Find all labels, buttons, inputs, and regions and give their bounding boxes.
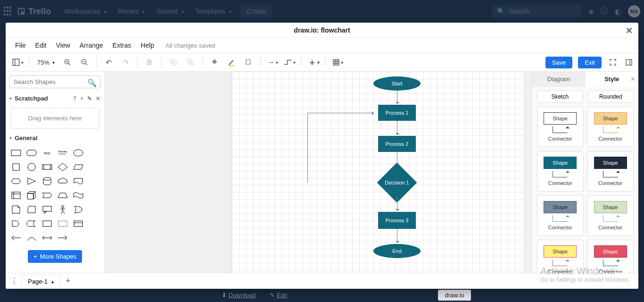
delete-button[interactable]: 🗑 bbox=[142, 56, 157, 69]
close-icon[interactable]: ✕ bbox=[626, 25, 633, 36]
connection-button[interactable]: →▾ bbox=[265, 56, 280, 69]
menu-extras[interactable]: Extras bbox=[109, 40, 135, 51]
shape-card[interactable] bbox=[24, 203, 39, 216]
save-button[interactable]: Save bbox=[545, 57, 573, 68]
add-page-button[interactable]: + bbox=[62, 275, 74, 287]
help-icon[interactable]: ⓘ bbox=[601, 7, 608, 17]
shape-arrow-left[interactable] bbox=[8, 231, 23, 244]
zoom-level[interactable]: 75%▾ bbox=[34, 57, 58, 68]
fullscreen-icon[interactable] bbox=[608, 58, 618, 67]
shape-container3[interactable] bbox=[71, 217, 86, 230]
scratchpad-dropzone[interactable]: Drag elements here bbox=[10, 108, 99, 129]
redo-button[interactable]: ↷ bbox=[118, 56, 132, 69]
shape-rounded-rectangle[interactable] bbox=[24, 146, 39, 159]
insert-button[interactable]: ＋▾ bbox=[306, 56, 321, 69]
shape-trapezoid[interactable] bbox=[55, 189, 70, 202]
shape-circle[interactable] bbox=[24, 160, 39, 174]
theme-icon[interactable]: ◐ bbox=[615, 7, 621, 16]
notifications-icon[interactable]: ◈ bbox=[588, 7, 594, 16]
nav-templates[interactable]: Templates▾ bbox=[190, 5, 236, 18]
shape-container2[interactable] bbox=[55, 217, 70, 230]
shape-rectangle[interactable] bbox=[8, 146, 23, 159]
shape-blank6[interactable] bbox=[87, 217, 101, 230]
style-swatch-2[interactable]: ShapeConnector bbox=[537, 151, 584, 192]
scratchpad-close-icon[interactable]: ✕ bbox=[96, 95, 100, 102]
avatar[interactable]: MA bbox=[628, 5, 640, 17]
fc-decision-1[interactable]: Decision 1 bbox=[373, 171, 421, 194]
shape-blank4[interactable] bbox=[87, 189, 101, 202]
shape-blank3[interactable] bbox=[87, 175, 101, 188]
format-panel-toggle[interactable] bbox=[624, 58, 634, 67]
menu-help[interactable]: Help bbox=[137, 40, 158, 51]
fc-end[interactable]: End bbox=[373, 244, 421, 258]
shape-data-storage[interactable] bbox=[24, 217, 39, 230]
more-shapes-button[interactable]: +More Shapes bbox=[28, 250, 82, 263]
shape-document[interactable] bbox=[71, 175, 86, 188]
tab-diagram[interactable]: Diagram bbox=[532, 72, 586, 87]
zoom-in-button[interactable] bbox=[60, 56, 74, 69]
shape-ellipse[interactable] bbox=[71, 146, 86, 159]
shape-parallelogram[interactable] bbox=[71, 160, 86, 174]
fill-color-button[interactable] bbox=[207, 56, 222, 69]
shape-textbox[interactable]: Heading━━━━━ bbox=[55, 146, 70, 159]
panel-close-icon[interactable]: ✕ bbox=[630, 76, 636, 83]
waypoint-button[interactable]: ▾ bbox=[282, 56, 297, 69]
shape-tape[interactable] bbox=[71, 189, 86, 202]
apps-switcher-icon[interactable] bbox=[4, 7, 13, 16]
shape-arrow-right[interactable] bbox=[55, 231, 70, 244]
scratchpad-help-icon[interactable]: ? bbox=[73, 95, 76, 102]
style-swatch-0[interactable]: ShapeConnector bbox=[537, 107, 584, 147]
canvas[interactable]: Start Process 1 Process 2 Decision 1 Pro… bbox=[105, 72, 532, 273]
shape-cylinder[interactable] bbox=[40, 175, 54, 188]
shape-blank5[interactable] bbox=[87, 203, 101, 216]
rounded-toggle[interactable]: Rounded bbox=[588, 91, 634, 103]
shape-diamond[interactable] bbox=[55, 160, 70, 174]
shape-triangle[interactable] bbox=[24, 175, 39, 188]
undo-button[interactable]: ↶ bbox=[101, 56, 116, 69]
shape-arrow-bidir[interactable] bbox=[40, 231, 54, 244]
shape-container[interactable] bbox=[40, 217, 54, 230]
drawio-card[interactable]: draw.io bbox=[438, 290, 471, 301]
menu-file[interactable]: File bbox=[11, 40, 30, 51]
zoom-out-button[interactable] bbox=[77, 56, 91, 69]
view-mode-button[interactable]: ▾ bbox=[10, 56, 25, 69]
fc-start[interactable]: Start bbox=[373, 76, 421, 91]
shape-internal-storage[interactable] bbox=[8, 189, 23, 202]
shape-curve[interactable] bbox=[24, 231, 39, 244]
fc-process-3[interactable]: Process 3 bbox=[378, 212, 416, 229]
shape-or[interactable] bbox=[71, 203, 86, 216]
shape-step[interactable] bbox=[40, 189, 54, 202]
create-button[interactable]: Create bbox=[241, 5, 272, 18]
trello-logo[interactable]: Trello bbox=[17, 7, 51, 17]
table-button[interactable]: ▾ bbox=[330, 56, 345, 69]
scratchpad-header[interactable]: ▾ Scratchpad ?+✎✕ bbox=[6, 92, 104, 105]
nav-recent[interactable]: Recent▾ bbox=[113, 5, 149, 18]
page-tab-1[interactable]: Page-1▴ bbox=[22, 275, 60, 288]
page-menu-button[interactable]: ⋮ bbox=[8, 276, 20, 287]
shadow-button[interactable] bbox=[241, 56, 256, 69]
search-icon[interactable]: 🔍 bbox=[87, 78, 97, 87]
trello-search[interactable]: 🔍 Search bbox=[492, 5, 582, 18]
nav-starred[interactable]: Starred▾ bbox=[151, 5, 189, 18]
shape-actor[interactable] bbox=[55, 203, 70, 216]
fc-process-2[interactable]: Process 2 bbox=[378, 136, 416, 152]
menu-arrange[interactable]: Arrange bbox=[76, 40, 107, 51]
style-swatch-7[interactable]: ShapeConnector bbox=[587, 240, 634, 273]
shape-hexagon[interactable] bbox=[8, 175, 23, 188]
exit-button[interactable]: Exit bbox=[578, 57, 602, 68]
edit-link[interactable]: Edit bbox=[277, 292, 287, 299]
style-swatch-3[interactable]: ShapeConnector bbox=[587, 151, 634, 192]
fc-process-1[interactable]: Process 1 bbox=[378, 105, 416, 121]
shape-and[interactable] bbox=[8, 217, 23, 230]
shape-note[interactable] bbox=[8, 203, 23, 216]
nav-workspaces[interactable]: Workspaces▾ bbox=[59, 5, 111, 18]
style-swatch-5[interactable]: ShapeConnector bbox=[587, 195, 634, 236]
shape-text[interactable]: text bbox=[40, 146, 54, 159]
style-swatch-1[interactable]: ShapeConnector bbox=[587, 107, 634, 147]
to-front-button[interactable] bbox=[166, 56, 181, 69]
shape-process[interactable] bbox=[40, 160, 54, 174]
sketch-toggle[interactable]: Sketch bbox=[537, 91, 583, 103]
shape-blank2[interactable] bbox=[87, 160, 101, 174]
style-swatch-6[interactable]: ShapeConnector bbox=[537, 240, 584, 273]
shape-cube[interactable] bbox=[24, 189, 39, 202]
